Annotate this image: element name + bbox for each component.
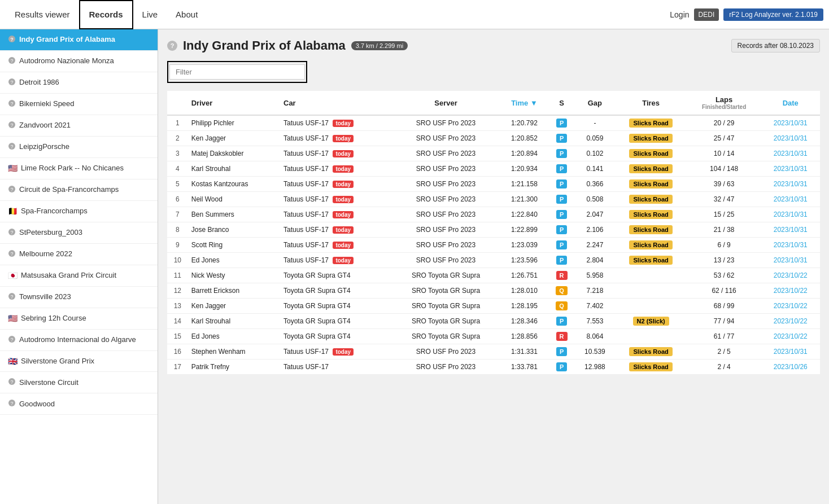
sidebar-item-12[interactable]: ?Townsville 2023 xyxy=(0,287,158,308)
cell-s-2: P xyxy=(548,146,575,161)
cell-date-7[interactable]: 2023/10/31 xyxy=(761,222,820,238)
sidebar-item-2[interactable]: ?Detroit 1986 xyxy=(0,72,158,94)
date-link[interactable]: 2023/10/22 xyxy=(774,287,808,295)
cell-server-15: SRO USF Pro 2023 xyxy=(391,344,500,360)
date-link[interactable]: 2023/10/31 xyxy=(774,165,808,173)
table-row[interactable]: 4Karl StrouhalTatuus USF-17 todaySRO USF… xyxy=(167,161,820,177)
cell-time-16: 1:33.781 xyxy=(500,360,548,375)
svg-text:?: ? xyxy=(10,379,13,385)
sidebar-item-1[interactable]: ?Autodromo Nazionale Monza xyxy=(0,51,158,72)
col-time[interactable]: Time ▼ xyxy=(500,91,548,115)
date-link[interactable]: 2023/10/31 xyxy=(774,241,808,249)
cell-time-10: 1:26.751 xyxy=(500,268,548,283)
table-row[interactable]: 6Neil WoodTatuus USF-17 todaySRO USF Pro… xyxy=(167,192,820,207)
date-link[interactable]: 2023/10/31 xyxy=(774,119,808,127)
table-row[interactable]: 13Ken JaggerToyota GR Supra GT4SRO Toyot… xyxy=(167,299,820,314)
sidebar-item-9[interactable]: ?StPetersburg_2003 xyxy=(0,222,158,244)
table-row[interactable]: 8Jose BrancoTatuus USF-17 todaySRO USF P… xyxy=(167,222,820,238)
table-row[interactable]: 12Barrett EricksonToyota GR Supra GT4SRO… xyxy=(167,283,820,299)
table-row[interactable]: 16Stephen WenhamTatuus USF-17 todaySRO U… xyxy=(167,344,820,360)
cell-date-9[interactable]: 2023/10/31 xyxy=(761,253,820,268)
date-link[interactable]: 2023/10/31 xyxy=(774,180,808,188)
cell-laps-13: 77 / 94 xyxy=(687,314,761,329)
sidebar-item-11[interactable]: 🇯🇵Matsusaka Grand Prix Circuit xyxy=(0,265,158,287)
cell-car-8: Tatuus USF-17 today xyxy=(280,238,391,253)
cell-date-1[interactable]: 2023/10/31 xyxy=(761,131,820,146)
cell-date-8[interactable]: 2023/10/31 xyxy=(761,238,820,253)
sidebar-item-17[interactable]: ?Goodwood xyxy=(0,393,158,415)
date-link[interactable]: 2023/10/22 xyxy=(774,271,808,279)
sidebar-item-4[interactable]: ?Zandvoort 2021 xyxy=(0,115,158,137)
sidebar-item-5[interactable]: ?LeipzigPorsche xyxy=(0,137,158,158)
tire-badge: Slicks Road xyxy=(629,362,672,371)
tire-badge: Slicks Road xyxy=(629,210,672,219)
date-link[interactable]: 2023/10/22 xyxy=(774,302,808,310)
cell-date-14[interactable]: 2023/10/22 xyxy=(761,329,820,344)
date-link[interactable]: 2023/10/26 xyxy=(774,363,808,371)
date-link[interactable]: 2023/10/22 xyxy=(774,317,808,325)
cell-s-8: P xyxy=(548,238,575,253)
table-row[interactable]: 2Ken JaggerTatuus USF-17 todaySRO USF Pr… xyxy=(167,131,820,146)
sidebar-item-16[interactable]: ?Silverstone Circuit xyxy=(0,372,158,393)
sidebar-item-6[interactable]: 🇺🇸Lime Rock Park -- No Chicanes xyxy=(0,158,158,179)
filter-box xyxy=(167,61,307,83)
cell-date-13[interactable]: 2023/10/22 xyxy=(761,314,820,329)
cell-date-11[interactable]: 2023/10/22 xyxy=(761,283,820,299)
sidebar-item-0[interactable]: ?Indy Grand Prix of Alabama xyxy=(0,29,158,51)
cell-date-3[interactable]: 2023/10/31 xyxy=(761,161,820,177)
table-row[interactable]: 10Ed JonesTatuus USF-17 todaySRO USF Pro… xyxy=(167,253,820,268)
cell-date-0[interactable]: 2023/10/31 xyxy=(761,115,820,131)
table-row[interactable]: 7Ben SummersTatuus USF-17 todaySRO USF P… xyxy=(167,207,820,222)
sidebar-item-10[interactable]: ?Melbourne 2022 xyxy=(0,244,158,265)
cell-date-15[interactable]: 2023/10/31 xyxy=(761,344,820,360)
table-row[interactable]: 14Karl StrouhalToyota GR Supra GT4SRO To… xyxy=(167,314,820,329)
cell-car-14: Toyota GR Supra GT4 xyxy=(280,329,391,344)
cell-date-16[interactable]: 2023/10/26 xyxy=(761,360,820,375)
table-row[interactable]: 17Patrik TrefnyTatuus USF-17SRO USF Pro … xyxy=(167,360,820,375)
sidebar-item-14[interactable]: ?Autodromo Internacional do Algarve xyxy=(0,330,158,351)
table-row[interactable]: 3Matej DakskoblerTatuus USF-17 todaySRO … xyxy=(167,146,820,161)
sidebar-item-15[interactable]: 🇬🇧Silverstone Grand Prix xyxy=(0,351,158,372)
sidebar-item-8[interactable]: 🇧🇪Spa-Francorchamps xyxy=(0,201,158,222)
cell-car-2: Tatuus USF-17 today xyxy=(280,146,391,161)
col-tires: Tires xyxy=(615,91,687,115)
date-link[interactable]: 2023/10/31 xyxy=(774,195,808,203)
cell-date-5[interactable]: 2023/10/31 xyxy=(761,192,820,207)
date-link[interactable]: 2023/10/31 xyxy=(774,348,808,356)
cell-gap-3: 0.141 xyxy=(575,161,615,177)
table-row[interactable]: 15Ed JonesToyota GR Supra GT4SRO Toyota … xyxy=(167,329,820,344)
table-row[interactable]: 5Kostas KantzourasTatuus USF-17 todaySRO… xyxy=(167,177,820,192)
date-link[interactable]: 2023/10/31 xyxy=(774,226,808,234)
sidebar-item-3[interactable]: ?Bikernieki Speed xyxy=(0,94,158,115)
sidebar-label-11: Matsusaka Grand Prix Circuit xyxy=(21,271,116,281)
nav-live[interactable]: Live xyxy=(133,0,167,29)
sidebar-item-13[interactable]: 🇺🇸Sebring 12h Course xyxy=(0,308,158,330)
filter-input[interactable] xyxy=(169,64,305,80)
nav-results-viewer[interactable]: Results viewer xyxy=(6,0,79,29)
cell-time-9: 1:23.596 xyxy=(500,253,548,268)
date-link[interactable]: 2023/10/31 xyxy=(774,256,808,264)
cell-gap-13: 7.553 xyxy=(575,314,615,329)
cell-date-6[interactable]: 2023/10/31 xyxy=(761,207,820,222)
date-link[interactable]: 2023/10/22 xyxy=(774,332,808,340)
cell-date-12[interactable]: 2023/10/22 xyxy=(761,299,820,314)
date-link[interactable]: 2023/10/31 xyxy=(774,211,808,218)
nav-records[interactable]: Records xyxy=(79,0,133,29)
cell-date-2[interactable]: 2023/10/31 xyxy=(761,146,820,161)
login-button[interactable]: Login xyxy=(670,10,689,19)
table-row[interactable]: 11Nick WestyToyota GR Supra GT4SRO Toyot… xyxy=(167,268,820,283)
help-icon[interactable]: ? xyxy=(167,41,177,51)
nav-about[interactable]: About xyxy=(167,0,207,29)
date-link[interactable]: 2023/10/31 xyxy=(774,150,808,157)
cell-date-10[interactable]: 2023/10/22 xyxy=(761,268,820,283)
table-row[interactable]: 1Philipp PichlerTatuus USF-17 todaySRO U… xyxy=(167,115,820,131)
cell-date-4[interactable]: 2023/10/31 xyxy=(761,177,820,192)
cell-gap-15: 10.539 xyxy=(575,344,615,360)
sidebar-item-7[interactable]: ?Circuit de Spa-Francorchamps xyxy=(0,179,158,201)
cell-rank-1: 2 xyxy=(167,131,188,146)
cell-laps-1: 25 / 47 xyxy=(687,131,761,146)
cell-tires-4: Slicks Road xyxy=(615,177,687,192)
table-row[interactable]: 9Scott RingTatuus USF-17 todaySRO USF Pr… xyxy=(167,238,820,253)
date-link[interactable]: 2023/10/31 xyxy=(774,134,808,142)
svg-text:?: ? xyxy=(10,58,13,64)
